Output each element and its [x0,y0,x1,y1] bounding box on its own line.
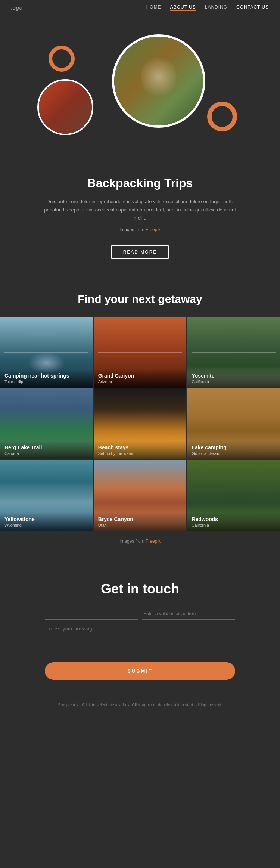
berg-lake-overlay: Berg Lake Trail Canada [0,441,93,459]
yosemite-subtitle: California [192,379,276,384]
divider [98,496,182,496]
getaway-section: Find your next getaway Camping near hot … [0,274,280,559]
divider [98,424,182,424]
destination-redwoods[interactable]: Redwoods California [187,460,280,531]
nav-links: HOME ABOUT US LANDING CONTACT US [146,4,269,11]
destination-berg-lake[interactable]: Berg Lake Trail Canada [0,388,93,459]
hero-section [0,16,280,158]
lake-camping-title: Lake camping [192,444,276,450]
freepik-credit: Images from Freepik [37,226,243,233]
destination-lake-camping[interactable]: Lake camping Go for a classic [187,388,280,459]
nav-about[interactable]: ABOUT US [170,4,196,11]
freepik-link[interactable]: Freepik [146,227,161,232]
nav-home[interactable]: HOME [146,4,161,11]
footer: Sample text. Click to select the text bo… [0,695,280,714]
footer-text: Sample text. Click to select the text bo… [58,703,222,707]
divider [4,352,88,353]
destination-bryce-canyon[interactable]: Bryce Canyon Utah [94,460,187,531]
getaway-title: Find your next getaway [0,293,280,306]
destination-yellowstone[interactable]: Yellowstone Wyoming [0,460,93,531]
message-textarea[interactable] [45,623,235,653]
grid-freepik-link[interactable]: Freepik [146,539,161,544]
email-input[interactable] [142,608,235,620]
navigation: logo HOME ABOUT US LANDING CONTACT US [0,0,280,16]
bryce-canyon-subtitle: Utah [98,523,182,527]
beach-stays-subtitle: Set up by the water [98,451,182,456]
nav-landing[interactable]: LANDING [205,4,227,11]
orange-ring-right [207,102,237,131]
hero-main-photo [112,34,205,128]
divider [192,424,276,424]
yosemite-overlay: Yosemite California [187,369,280,388]
bryce-canyon-overlay: Bryce Canyon Utah [94,512,187,531]
read-more-button[interactable]: READ MORE [111,245,169,259]
yellowstone-overlay: Yellowstone Wyoming [0,512,93,531]
lake-camping-subtitle: Go for a classic [192,451,276,456]
yellowstone-subtitle: Wyoming [4,523,88,527]
berg-lake-title: Berg Lake Trail [4,444,88,450]
redwoods-title: Redwoods [192,516,276,522]
form-name-email-row [45,608,235,620]
about-description: Duis aute irure dolor in reprehenderit i… [37,198,243,222]
destination-grand-canyon[interactable]: Grand Canyon Arizona [94,317,187,388]
name-input[interactable] [45,608,138,620]
nav-contact[interactable]: CONTACT US [236,4,269,11]
hero-small-photo [37,79,93,135]
grand-canyon-overlay: Grand Canyon Arizona [94,369,187,388]
submit-button[interactable]: SUBMIT [45,662,235,680]
destination-yosemite[interactable]: Yosemite California [187,317,280,388]
bryce-canyon-title: Bryce Canyon [98,516,182,522]
contact-section: Get in touch SUBMIT [0,559,280,695]
destinations-grid: Camping near hot springs Take a dip Gran… [0,317,280,531]
redwoods-overlay: Redwoods California [187,512,280,531]
yosemite-title: Yosemite [192,373,276,379]
divider [4,424,88,424]
berg-lake-subtitle: Canada [4,451,88,456]
hot-springs-title: Camping near hot springs [4,373,88,379]
redwoods-subtitle: California [192,523,276,527]
divider [192,352,276,353]
grid-freepik-credit: Images from Freepik [0,531,280,551]
yellowstone-title: Yellowstone [4,516,88,522]
divider [4,496,88,496]
beach-stays-overlay: Beach stays Set up by the water [94,441,187,459]
hot-springs-overlay: Camping near hot springs Take a dip [0,369,93,388]
lake-camping-overlay: Lake camping Go for a classic [187,441,280,459]
about-section: Backpacking Trips Duis aute irure dolor … [0,158,280,274]
contact-title: Get in touch [45,581,235,597]
divider [98,352,182,353]
beach-stays-title: Beach stays [98,444,182,450]
destination-beach-stays[interactable]: Beach stays Set up by the water [94,388,187,459]
about-title: Backpacking Trips [37,176,243,190]
grand-canyon-subtitle: Arizona [98,379,182,384]
grand-canyon-title: Grand Canyon [98,373,182,379]
destination-hot-springs[interactable]: Camping near hot springs Take a dip [0,317,93,388]
logo: logo [11,5,22,11]
hot-springs-subtitle: Take a dip [4,379,88,384]
orange-ring-top [49,46,75,72]
divider [192,496,276,496]
